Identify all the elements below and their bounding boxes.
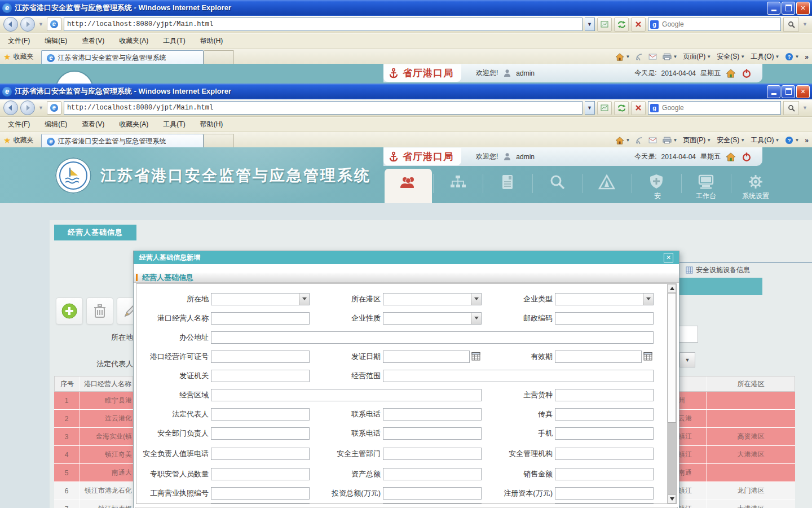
form-text-input[interactable] [383,448,482,460]
print-button[interactable]: ▼ [663,137,677,144]
refresh-button[interactable] [614,17,629,32]
partial-select[interactable]: ▼ [679,352,695,367]
back-button[interactable] [3,100,18,115]
forward-button[interactable] [20,17,35,32]
calendar-icon[interactable] [471,352,480,362]
modal-scrollbar[interactable] [667,284,676,503]
table-row[interactable]: 5南通大 [54,464,133,482]
menu-tools[interactable]: 工具(T) [163,36,185,46]
form-select[interactable] [383,293,482,305]
compatibility-view-icon[interactable] [597,17,612,32]
menu-help[interactable]: 帮助(H) [200,36,223,46]
minimize-button[interactable] [767,85,780,98]
table-row[interactable]: 所在港区 [678,376,795,392]
form-text-input[interactable] [555,503,654,504]
table-row[interactable]: 州 [678,392,795,410]
menu-file[interactable]: 文件(F) [8,36,30,46]
form-text-input[interactable] [211,468,310,480]
close-button[interactable]: ✕ [796,85,810,98]
safety-menu[interactable]: 安全(S)▼ [717,135,745,145]
form-text-input[interactable] [555,389,654,401]
menu-help[interactable]: 帮助(H) [200,120,223,129]
form-text-input[interactable] [383,408,482,421]
form-text-input[interactable] [211,351,310,363]
form-text-input[interactable] [211,312,310,325]
form-text-input[interactable] [383,427,482,440]
page-menu[interactable]: 页面(P)▼ [683,135,711,145]
table-row[interactable]: 1睢宁县港 [54,392,133,410]
form-select[interactable] [383,312,482,325]
tools-menu[interactable]: 工具(O)▼ [751,52,779,62]
tab-active[interactable]: e 江苏省港口安全监管与应急管理系统 [41,50,204,65]
table-row[interactable]: 7镇江恒泰燃 [54,500,133,508]
form-text-input[interactable] [383,503,482,504]
home-button[interactable]: ▼ [615,53,630,61]
favorites-button[interactable]: 收藏夹 [13,52,33,62]
print-button[interactable]: ▼ [663,53,677,60]
form-text-input[interactable] [211,487,310,500]
add-button[interactable] [56,297,83,325]
chevron-more-icon[interactable]: » [805,53,809,61]
back-button[interactable] [3,17,18,32]
help-button[interactable]: ?▼ [785,52,799,61]
page-menu[interactable]: 页面(P)▼ [683,52,711,62]
search-options-dropdown[interactable]: ▼ [802,105,807,111]
table-row[interactable]: 镇江龙门港区 [678,482,795,500]
form-text-input[interactable] [211,331,654,344]
form-text-input[interactable] [211,408,310,421]
form-select[interactable] [555,293,654,305]
search-options-dropdown[interactable]: ▼ [802,21,807,27]
compatibility-view-icon[interactable] [597,101,612,115]
form-text-input[interactable] [211,389,482,401]
nav-item-org-chart[interactable] [433,166,483,203]
tab-active[interactable]: e 江苏省港口安全监管与应急管理系统 [41,134,204,149]
table-row[interactable]: 6镇江市港龙石化 [54,482,133,500]
form-text-input[interactable] [555,312,654,325]
home-icon[interactable] [725,151,736,163]
logout-power-icon[interactable] [741,151,752,163]
search-go-button[interactable] [783,17,799,32]
search-go-button[interactable] [783,101,799,115]
menu-favorites[interactable]: 收藏夹(A) [119,36,148,46]
tools-menu[interactable]: 工具(O)▼ [751,135,779,145]
home-button[interactable]: ▼ [615,137,630,144]
logout-power-icon[interactable] [741,68,752,79]
restore-button[interactable] [782,85,795,98]
form-date-input[interactable] [383,351,470,363]
menu-edit[interactable]: 编辑(E) [45,120,67,129]
nav-item-shield[interactable]: 安 [632,166,681,203]
table-row[interactable]: 云港 [678,410,795,428]
form-text-input[interactable] [555,468,654,480]
form-date-input[interactable] [555,351,642,363]
address-dropdown[interactable]: ▼ [585,17,595,31]
address-input[interactable]: http://localhost:8080/yjpt/Main.html [64,17,582,31]
form-text-input[interactable] [383,468,482,480]
address-input[interactable]: http://localhost:8080/yjpt/Main.html [64,101,582,115]
refresh-button[interactable] [614,101,629,115]
delete-button[interactable] [86,297,113,325]
stop-button[interactable] [631,101,646,115]
restore-button[interactable] [782,2,795,15]
form-text-input[interactable] [555,448,654,460]
partial-input[interactable] [679,326,698,343]
new-tab-stub[interactable] [204,134,234,149]
search-input[interactable] [661,103,779,112]
table-row[interactable]: 4镇江奇美 [54,446,133,464]
home-icon[interactable] [725,68,736,79]
recent-pages-dropdown[interactable]: ▼ [38,105,43,111]
form-text-input[interactable] [211,503,310,504]
safety-menu[interactable]: 安全(S)▼ [717,52,745,62]
new-tab-stub[interactable] [204,50,234,65]
chevron-more-icon[interactable]: » [805,137,809,144]
nav-item-search[interactable] [532,166,582,203]
rss-icon[interactable] [636,137,643,144]
nav-item-gear[interactable]: 系统设置 [731,166,780,203]
form-text-input[interactable] [211,370,310,382]
menu-view[interactable]: 查看(V) [82,36,104,46]
scroll-down-button[interactable] [668,494,676,503]
form-text-input[interactable] [383,370,654,382]
tab-operator-basic-info[interactable]: 经营人基础信息 [54,225,136,240]
menu-file[interactable]: 文件(F) [8,120,30,129]
mail-icon[interactable] [648,54,657,60]
table-row[interactable]: 镇江高资港区 [678,428,795,446]
